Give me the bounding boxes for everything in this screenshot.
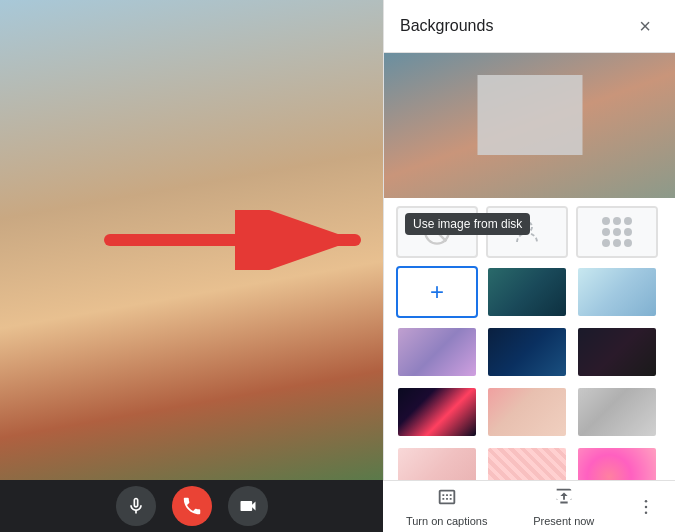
present-icon [553, 486, 575, 513]
no-background-icon [398, 208, 476, 256]
captions-icon [436, 486, 458, 513]
svg-point-7 [645, 511, 648, 513]
end-call-button[interactable] [172, 486, 212, 526]
marble-background-thumbnail [578, 388, 656, 436]
grid-row-2: + [396, 266, 663, 318]
blur-dot [602, 217, 610, 225]
no-background-option[interactable] [396, 206, 478, 258]
ocean-background-thumbnail [488, 328, 566, 376]
panel-footer: Turn on captions Present now [383, 480, 675, 532]
preview-background [384, 53, 675, 198]
svg-point-4 [522, 222, 532, 232]
add-image-button[interactable]: + [396, 266, 478, 318]
add-image-icon: + [398, 268, 476, 316]
blur-dots-grid [602, 217, 632, 247]
blur-dot [613, 228, 621, 236]
preview-face-blur [477, 75, 582, 155]
arrow-indicator [100, 210, 380, 270]
microphone-button[interactable] [116, 486, 156, 526]
blur-dot [624, 217, 632, 225]
teal-background-option[interactable] [486, 266, 568, 318]
purple-background-option[interactable] [396, 326, 478, 378]
blur-dot [613, 239, 621, 247]
fireworks-background-thumbnail [398, 388, 476, 436]
flowers-background-option[interactable] [486, 386, 568, 438]
present-label: Present now [533, 515, 594, 527]
blur-dot [624, 239, 632, 247]
camera-button[interactable] [228, 486, 268, 526]
grid-row-controls [396, 206, 663, 258]
grid-row-4 [396, 386, 663, 438]
blur-background-icon [578, 208, 656, 256]
blur-dot [613, 217, 621, 225]
captions-button[interactable]: Turn on captions [394, 482, 500, 531]
blur-dot [624, 228, 632, 236]
grid-row-3 [396, 326, 663, 378]
blur-dot [602, 228, 610, 236]
blur-person-icon [488, 208, 566, 256]
sky-background-option[interactable] [576, 266, 658, 318]
panel-title: Backgrounds [400, 17, 493, 35]
svg-line-3 [428, 223, 447, 242]
call-controls [0, 480, 383, 532]
marble-background-option[interactable] [576, 386, 658, 438]
present-now-button[interactable]: Present now [521, 482, 606, 531]
backgrounds-panel: Backgrounds × [383, 0, 675, 532]
background-preview [384, 53, 675, 198]
blur-person-option[interactable] [486, 206, 568, 258]
teal-background-thumbnail [488, 268, 566, 316]
panel-header: Backgrounds × [384, 0, 675, 53]
captions-label: Turn on captions [406, 515, 488, 527]
svg-point-6 [645, 505, 648, 508]
blur-dot [602, 239, 610, 247]
flowers-background-thumbnail [488, 388, 566, 436]
fireworks-background-option[interactable] [396, 386, 478, 438]
more-options-button[interactable] [628, 489, 664, 525]
svg-point-5 [645, 499, 648, 502]
blur-background-option[interactable] [576, 206, 658, 258]
ocean-background-option[interactable] [486, 326, 568, 378]
close-button[interactable]: × [631, 12, 659, 40]
sky-background-thumbnail [578, 268, 656, 316]
purple-background-thumbnail [398, 328, 476, 376]
dark-background-thumbnail [578, 328, 656, 376]
dark-background-option[interactable] [576, 326, 658, 378]
video-preview [0, 0, 383, 480]
